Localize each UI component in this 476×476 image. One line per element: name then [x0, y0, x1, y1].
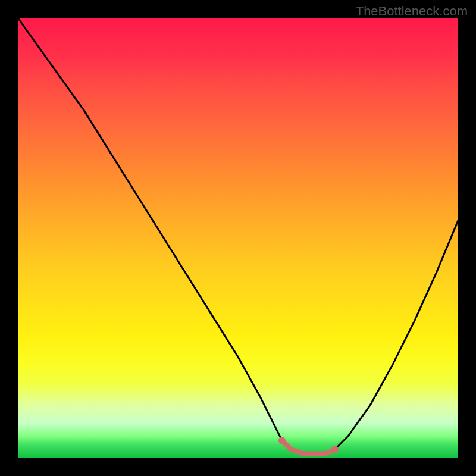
watermark-text: TheBottleneck.com [356, 4, 468, 19]
gradient-background [18, 18, 458, 458]
plot-area [18, 18, 458, 458]
plot-frame [18, 18, 458, 458]
